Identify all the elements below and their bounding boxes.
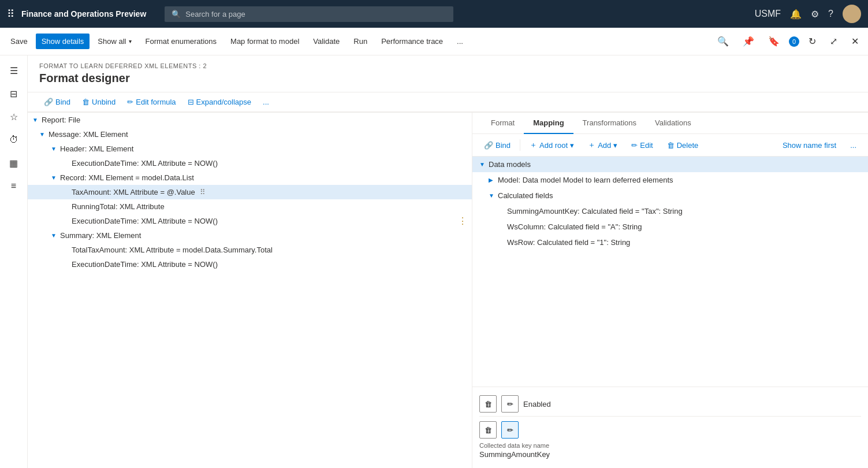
refresh-icon[interactable]: ↻: [804, 32, 821, 50]
tree-item-runningtotal[interactable]: RunningTotal: XML Attribute: [28, 199, 472, 214]
avatar[interactable]: [843, 5, 861, 23]
model-item-wsrow[interactable]: WsRow: Calculated field = "1": String: [472, 235, 868, 250]
model-bind-label: Bind: [496, 141, 511, 150]
tree-item-label: Record: XML Element = model.Data.List: [60, 173, 194, 182]
favorite-icon[interactable]: ☆: [3, 106, 24, 127]
filter-icon[interactable]: ⊟: [3, 83, 24, 104]
validate-button[interactable]: Validate: [307, 34, 345, 49]
settings-icon[interactable]: ⚙: [811, 9, 819, 20]
tab-validations[interactable]: Validations: [646, 113, 701, 134]
model-item-label: WsColumn: Calculated field = "A": String: [507, 222, 642, 231]
tree-item-message[interactable]: ▼ Message: XML Element: [28, 127, 472, 142]
tree-item-exec3[interactable]: ExecutionDateTime: XML Attribute = NOW(): [28, 257, 472, 272]
expand-header-icon: ▼: [51, 146, 58, 152]
model-item-summingamountkey[interactable]: SummingAmountKey: Calculated field = "Ta…: [472, 203, 868, 219]
model-item-wscolumn[interactable]: WsColumn: Calculated field = "A": String: [472, 219, 868, 235]
edit-button[interactable]: ✏ Edit: [627, 139, 657, 152]
expand-runningtotal-icon: [62, 203, 69, 210]
tab-transformations[interactable]: Transformations: [573, 113, 646, 134]
badge: 0: [789, 36, 799, 47]
model-item-label: WsRow: Calculated field = "1": String: [507, 238, 630, 247]
drag-handle[interactable]: ⠿: [200, 188, 206, 196]
list-icon[interactable]: ≡: [3, 176, 24, 196]
page-title: Format designer: [39, 72, 856, 92]
tree-item-label: Summary: XML Element: [60, 231, 141, 240]
model-tree: ▼ Data models ▶ Model: Data model Model …: [472, 157, 868, 387]
unbind-button[interactable]: 🗑 Unbind: [77, 95, 120, 109]
save-button[interactable]: Save: [5, 34, 33, 49]
add-root-button[interactable]: ＋ Add root ▾: [525, 138, 579, 153]
expand-collapse-button[interactable]: ⊟ Expand/collapse: [183, 95, 256, 109]
expand-message-icon: ▼: [39, 131, 46, 138]
pin-icon[interactable]: 📌: [738, 32, 759, 50]
show-all-chevron: ▾: [129, 38, 132, 44]
bookmark-icon[interactable]: 🔖: [763, 32, 784, 50]
delete-keyname-button[interactable]: 🗑: [479, 421, 497, 439]
format-enumerations-button[interactable]: Format enumerations: [140, 34, 223, 49]
edit-label: Edit: [640, 141, 653, 150]
tree-item-taxamount[interactable]: TaxAmount: XML Attribute = @.Value ⠿: [28, 185, 472, 199]
delete-enabled-button[interactable]: 🗑: [479, 395, 497, 413]
tab-format[interactable]: Format: [482, 113, 524, 134]
tree-item-summary[interactable]: ▼ Summary: XML Element: [28, 228, 472, 243]
recent-icon[interactable]: ⏱: [3, 129, 24, 150]
tab-mapping[interactable]: Mapping: [524, 113, 573, 134]
delete-button[interactable]: 🗑 Delete: [662, 139, 703, 152]
model-pane: Format Mapping Transformations Validatio…: [472, 113, 868, 468]
search-bar[interactable]: 🔍: [165, 6, 453, 22]
notification-icon[interactable]: 🔔: [790, 9, 802, 20]
breadcrumb: FORMAT TO LEARN DEFERRED XML ELEMENTS : …: [39, 62, 856, 69]
bind-button[interactable]: 🔗 Bind: [39, 95, 75, 109]
expand-wscolumn-icon: [498, 224, 505, 230]
tree-item-label: TotalTaxAmount: XML Attribute = model.Da…: [72, 246, 273, 254]
collected-data-key-value: SummingAmountKey: [479, 450, 861, 459]
model-item-calculatedfields[interactable]: ▼ Calculated fields: [472, 188, 868, 203]
model-more-button[interactable]: ...: [845, 139, 861, 152]
model-bind-button[interactable]: 🔗 Bind: [479, 139, 515, 152]
map-format-to-model-button[interactable]: Map format to model: [225, 34, 305, 49]
open-new-icon[interactable]: ⤢: [825, 32, 842, 50]
show-all-button[interactable]: Show all ▾: [92, 34, 137, 49]
show-name-first-label: Show name first: [783, 141, 836, 150]
run-button[interactable]: Run: [348, 34, 373, 49]
bottom-row-keyname: 🗑 ✏ Collected data key name SummingAmoun…: [479, 417, 861, 463]
tree-item-totaltaxamount[interactable]: TotalTaxAmount: XML Attribute = model.Da…: [28, 243, 472, 257]
search-input[interactable]: [185, 10, 446, 18]
search-icon: 🔍: [172, 10, 181, 18]
performance-trace-button[interactable]: Performance trace: [375, 34, 449, 49]
user-label: USMF: [755, 9, 781, 19]
help-icon[interactable]: ?: [828, 9, 833, 19]
bind-label: Bind: [55, 98, 70, 106]
tree-item-exec2[interactable]: ExecutionDateTime: XML Attribute = NOW()…: [28, 214, 472, 228]
more-content-button[interactable]: ...: [258, 95, 274, 109]
model-item-label: Model: Data model Model to learn deferre…: [498, 176, 673, 184]
search-toolbar-icon[interactable]: 🔍: [713, 32, 733, 50]
more-button[interactable]: ...: [451, 34, 469, 49]
tab-format-label: Format: [491, 118, 515, 127]
tree-item-header[interactable]: ▼ Header: XML Element: [28, 142, 472, 156]
tree-item-report[interactable]: ▼ Report: File: [28, 113, 472, 127]
link-icon: 🔗: [44, 98, 53, 106]
bottom-row-enabled: 🗑 ✏ Enabled: [479, 392, 861, 417]
model-toolbar: 🔗 Bind ＋ Add root ▾ ＋ Add ▾: [472, 134, 868, 157]
show-details-button[interactable]: Show details: [36, 34, 90, 49]
collected-data-key-label: Collected data key name: [479, 442, 861, 449]
sidebar-menu-icon[interactable]: ☰: [3, 60, 24, 81]
expand-report-icon: ▼: [32, 117, 39, 123]
close-icon[interactable]: ✕: [847, 32, 863, 50]
tree-item-exec1[interactable]: ExecutionDateTime: XML Attribute = NOW(): [28, 156, 472, 170]
tree-item-label: TaxAmount: XML Attribute = @.Value: [72, 188, 195, 196]
model-item-model[interactable]: ▶ Model: Data model Model to learn defer…: [472, 172, 868, 188]
edit-formula-button[interactable]: ✏ Edit formula: [122, 95, 180, 109]
separator: [520, 139, 520, 151]
show-name-first-button[interactable]: Show name first: [778, 139, 841, 152]
calendar-icon[interactable]: ▦: [3, 153, 24, 173]
tree-item-record[interactable]: ▼ Record: XML Element = model.Data.List: [28, 170, 472, 185]
edit-keyname-button[interactable]: ✏: [501, 421, 519, 439]
add-button[interactable]: ＋ Add ▾: [583, 138, 622, 153]
main-toolbar: Save Show details Show all ▾ Format enum…: [0, 28, 868, 55]
toolbar-right: 🔍 📌 🔖 0 ↻ ⤢ ✕: [713, 32, 863, 50]
model-item-datamodels[interactable]: ▼ Data models: [472, 157, 868, 172]
app-grid-icon[interactable]: ⠿: [7, 8, 14, 20]
edit-enabled-button[interactable]: ✏: [501, 395, 519, 413]
